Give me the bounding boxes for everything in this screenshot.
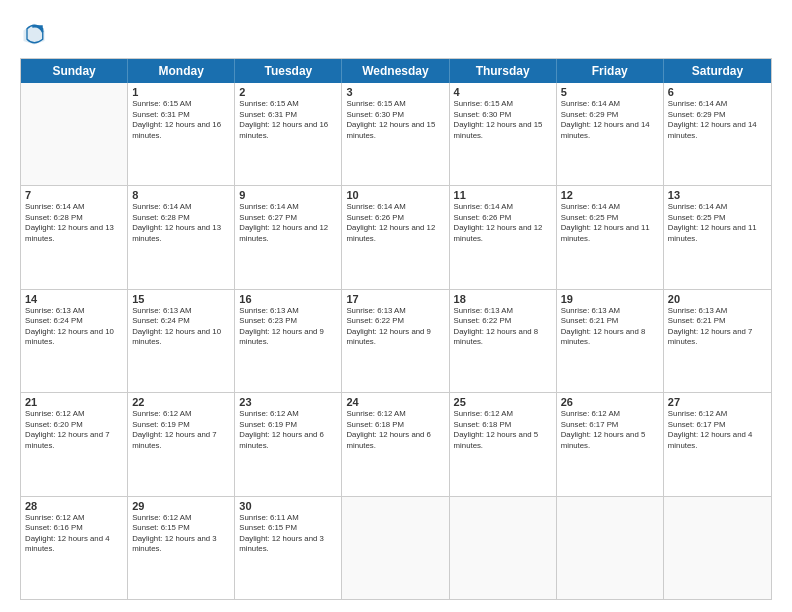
cell-info: Sunrise: 6:13 AM Sunset: 6:23 PM Dayligh…: [239, 306, 337, 348]
calendar-cell-22: 22Sunrise: 6:12 AM Sunset: 6:19 PM Dayli…: [128, 393, 235, 495]
cell-info: Sunrise: 6:14 AM Sunset: 6:28 PM Dayligh…: [132, 202, 230, 244]
calendar-cell-empty-r4c3: [342, 497, 449, 599]
calendar-cell-25: 25Sunrise: 6:12 AM Sunset: 6:18 PM Dayli…: [450, 393, 557, 495]
calendar-cell-19: 19Sunrise: 6:13 AM Sunset: 6:21 PM Dayli…: [557, 290, 664, 392]
day-number: 29: [132, 500, 230, 512]
calendar-cell-13: 13Sunrise: 6:14 AM Sunset: 6:25 PM Dayli…: [664, 186, 771, 288]
header-day-tuesday: Tuesday: [235, 59, 342, 83]
calendar-cell-29: 29Sunrise: 6:12 AM Sunset: 6:15 PM Dayli…: [128, 497, 235, 599]
logo-icon: [20, 20, 48, 48]
cell-info: Sunrise: 6:13 AM Sunset: 6:21 PM Dayligh…: [561, 306, 659, 348]
day-number: 19: [561, 293, 659, 305]
cell-info: Sunrise: 6:14 AM Sunset: 6:28 PM Dayligh…: [25, 202, 123, 244]
cell-info: Sunrise: 6:12 AM Sunset: 6:16 PM Dayligh…: [25, 513, 123, 555]
day-number: 11: [454, 189, 552, 201]
day-number: 1: [132, 86, 230, 98]
day-number: 26: [561, 396, 659, 408]
calendar-cell-23: 23Sunrise: 6:12 AM Sunset: 6:19 PM Dayli…: [235, 393, 342, 495]
cell-info: Sunrise: 6:14 AM Sunset: 6:27 PM Dayligh…: [239, 202, 337, 244]
calendar-cell-15: 15Sunrise: 6:13 AM Sunset: 6:24 PM Dayli…: [128, 290, 235, 392]
cell-info: Sunrise: 6:12 AM Sunset: 6:18 PM Dayligh…: [346, 409, 444, 451]
day-number: 16: [239, 293, 337, 305]
day-number: 8: [132, 189, 230, 201]
day-number: 14: [25, 293, 123, 305]
cell-info: Sunrise: 6:13 AM Sunset: 6:22 PM Dayligh…: [454, 306, 552, 348]
calendar-cell-empty-r4c4: [450, 497, 557, 599]
calendar-cell-28: 28Sunrise: 6:12 AM Sunset: 6:16 PM Dayli…: [21, 497, 128, 599]
cell-info: Sunrise: 6:13 AM Sunset: 6:21 PM Dayligh…: [668, 306, 767, 348]
cell-info: Sunrise: 6:15 AM Sunset: 6:31 PM Dayligh…: [239, 99, 337, 141]
cell-info: Sunrise: 6:11 AM Sunset: 6:15 PM Dayligh…: [239, 513, 337, 555]
cell-info: Sunrise: 6:15 AM Sunset: 6:31 PM Dayligh…: [132, 99, 230, 141]
day-number: 2: [239, 86, 337, 98]
header-day-thursday: Thursday: [450, 59, 557, 83]
calendar-cell-7: 7Sunrise: 6:14 AM Sunset: 6:28 PM Daylig…: [21, 186, 128, 288]
calendar-row-2: 14Sunrise: 6:13 AM Sunset: 6:24 PM Dayli…: [21, 289, 771, 392]
calendar-row-3: 21Sunrise: 6:12 AM Sunset: 6:20 PM Dayli…: [21, 392, 771, 495]
day-number: 9: [239, 189, 337, 201]
calendar-cell-24: 24Sunrise: 6:12 AM Sunset: 6:18 PM Dayli…: [342, 393, 449, 495]
calendar-cell-26: 26Sunrise: 6:12 AM Sunset: 6:17 PM Dayli…: [557, 393, 664, 495]
day-number: 13: [668, 189, 767, 201]
day-number: 30: [239, 500, 337, 512]
day-number: 5: [561, 86, 659, 98]
cell-info: Sunrise: 6:12 AM Sunset: 6:18 PM Dayligh…: [454, 409, 552, 451]
calendar-cell-20: 20Sunrise: 6:13 AM Sunset: 6:21 PM Dayli…: [664, 290, 771, 392]
calendar-cell-11: 11Sunrise: 6:14 AM Sunset: 6:26 PM Dayli…: [450, 186, 557, 288]
cell-info: Sunrise: 6:12 AM Sunset: 6:15 PM Dayligh…: [132, 513, 230, 555]
header-day-wednesday: Wednesday: [342, 59, 449, 83]
day-number: 23: [239, 396, 337, 408]
calendar-cell-6: 6Sunrise: 6:14 AM Sunset: 6:29 PM Daylig…: [664, 83, 771, 185]
header-day-monday: Monday: [128, 59, 235, 83]
cell-info: Sunrise: 6:12 AM Sunset: 6:20 PM Dayligh…: [25, 409, 123, 451]
cell-info: Sunrise: 6:14 AM Sunset: 6:26 PM Dayligh…: [454, 202, 552, 244]
cell-info: Sunrise: 6:13 AM Sunset: 6:22 PM Dayligh…: [346, 306, 444, 348]
day-number: 28: [25, 500, 123, 512]
day-number: 20: [668, 293, 767, 305]
header-day-friday: Friday: [557, 59, 664, 83]
calendar-cell-12: 12Sunrise: 6:14 AM Sunset: 6:25 PM Dayli…: [557, 186, 664, 288]
logo: [20, 20, 52, 48]
calendar-cell-18: 18Sunrise: 6:13 AM Sunset: 6:22 PM Dayli…: [450, 290, 557, 392]
calendar-row-4: 28Sunrise: 6:12 AM Sunset: 6:16 PM Dayli…: [21, 496, 771, 599]
day-number: 3: [346, 86, 444, 98]
page: SundayMondayTuesdayWednesdayThursdayFrid…: [0, 0, 792, 612]
calendar-body: 1Sunrise: 6:15 AM Sunset: 6:31 PM Daylig…: [21, 83, 771, 599]
cell-info: Sunrise: 6:15 AM Sunset: 6:30 PM Dayligh…: [454, 99, 552, 141]
calendar-cell-27: 27Sunrise: 6:12 AM Sunset: 6:17 PM Dayli…: [664, 393, 771, 495]
day-number: 18: [454, 293, 552, 305]
cell-info: Sunrise: 6:12 AM Sunset: 6:17 PM Dayligh…: [668, 409, 767, 451]
calendar-cell-4: 4Sunrise: 6:15 AM Sunset: 6:30 PM Daylig…: [450, 83, 557, 185]
header: [20, 16, 772, 48]
cell-info: Sunrise: 6:13 AM Sunset: 6:24 PM Dayligh…: [25, 306, 123, 348]
calendar-cell-3: 3Sunrise: 6:15 AM Sunset: 6:30 PM Daylig…: [342, 83, 449, 185]
calendar-cell-14: 14Sunrise: 6:13 AM Sunset: 6:24 PM Dayli…: [21, 290, 128, 392]
day-number: 21: [25, 396, 123, 408]
calendar-header: SundayMondayTuesdayWednesdayThursdayFrid…: [21, 59, 771, 83]
day-number: 22: [132, 396, 230, 408]
calendar-cell-1: 1Sunrise: 6:15 AM Sunset: 6:31 PM Daylig…: [128, 83, 235, 185]
day-number: 27: [668, 396, 767, 408]
header-day-saturday: Saturday: [664, 59, 771, 83]
cell-info: Sunrise: 6:12 AM Sunset: 6:19 PM Dayligh…: [132, 409, 230, 451]
calendar-cell-16: 16Sunrise: 6:13 AM Sunset: 6:23 PM Dayli…: [235, 290, 342, 392]
cell-info: Sunrise: 6:14 AM Sunset: 6:29 PM Dayligh…: [561, 99, 659, 141]
cell-info: Sunrise: 6:13 AM Sunset: 6:24 PM Dayligh…: [132, 306, 230, 348]
calendar-cell-21: 21Sunrise: 6:12 AM Sunset: 6:20 PM Dayli…: [21, 393, 128, 495]
calendar-cell-17: 17Sunrise: 6:13 AM Sunset: 6:22 PM Dayli…: [342, 290, 449, 392]
calendar-cell-empty-r4c6: [664, 497, 771, 599]
day-number: 4: [454, 86, 552, 98]
day-number: 12: [561, 189, 659, 201]
cell-info: Sunrise: 6:14 AM Sunset: 6:26 PM Dayligh…: [346, 202, 444, 244]
day-number: 24: [346, 396, 444, 408]
calendar-cell-2: 2Sunrise: 6:15 AM Sunset: 6:31 PM Daylig…: [235, 83, 342, 185]
cell-info: Sunrise: 6:15 AM Sunset: 6:30 PM Dayligh…: [346, 99, 444, 141]
cell-info: Sunrise: 6:12 AM Sunset: 6:17 PM Dayligh…: [561, 409, 659, 451]
day-number: 25: [454, 396, 552, 408]
calendar-cell-8: 8Sunrise: 6:14 AM Sunset: 6:28 PM Daylig…: [128, 186, 235, 288]
cell-info: Sunrise: 6:12 AM Sunset: 6:19 PM Dayligh…: [239, 409, 337, 451]
calendar-cell-empty-r4c5: [557, 497, 664, 599]
day-number: 10: [346, 189, 444, 201]
calendar: SundayMondayTuesdayWednesdayThursdayFrid…: [20, 58, 772, 600]
calendar-cell-9: 9Sunrise: 6:14 AM Sunset: 6:27 PM Daylig…: [235, 186, 342, 288]
